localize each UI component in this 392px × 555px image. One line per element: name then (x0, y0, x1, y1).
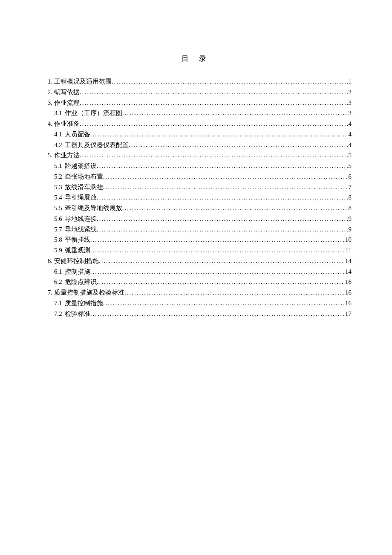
toc-entry: 6.2危险点辨识16 (40, 277, 352, 287)
toc-entry-label: 作业准备 (54, 119, 80, 129)
toc-entry-label: 跨越架搭设 (65, 161, 97, 171)
toc-leader-dots (80, 87, 348, 98)
toc-entry-number: 5.1 (54, 161, 65, 171)
toc-leader-dots (90, 234, 344, 245)
toc-entry-page: 16 (344, 287, 352, 298)
toc-entry-number: 5. (40, 150, 54, 161)
toc-entry-label: 工器具及仪器仪表配置 (65, 140, 129, 150)
toc-leader-dots (97, 214, 348, 224)
toc-entry-page: 14 (344, 266, 352, 277)
toc-entry-number: 7.1 (54, 298, 65, 309)
toc-entry-page: 10 (344, 234, 352, 245)
toc-entry: 6.安健环控制措施14 (40, 256, 352, 266)
toc-title: 目 录 (40, 54, 352, 64)
toc-entry-label: 平衡挂线 (65, 234, 90, 245)
table-of-contents: 1.工程概况及适用范围12.编写依据23.作业流程33.1作业（工序）流程图34… (40, 76, 352, 319)
toc-entry-number: 6.1 (54, 266, 65, 277)
toc-entry: 5.6导地线连接9 (40, 214, 352, 224)
toc-entry: 5.2牵张场地布置6 (40, 171, 352, 182)
toc-leader-dots (129, 140, 348, 150)
toc-entry-page: 17 (344, 309, 352, 319)
toc-entry-page: 4 (348, 140, 352, 150)
toc-entry: 4.1人员配备4 (40, 129, 352, 140)
toc-entry-page: 16 (344, 298, 352, 309)
toc-entry-page: 9 (348, 224, 352, 235)
toc-entry: 5.作业方法5 (40, 150, 352, 161)
toc-entry-page: 4 (348, 119, 352, 129)
toc-entry: 5.9弧垂观测11 (40, 245, 352, 256)
toc-entry-label: 导地线连接 (65, 214, 97, 224)
toc-entry-page: 4 (348, 129, 352, 140)
toc-entry-label: 导地线紧线 (65, 224, 97, 235)
toc-leader-dots (80, 119, 348, 129)
toc-leader-dots (103, 298, 344, 309)
toc-entry-label: 人员配备 (65, 129, 90, 140)
toc-entry-page: 16 (344, 277, 352, 287)
toc-entry-number: 5.2 (54, 171, 65, 182)
toc-leader-dots (97, 192, 348, 203)
toc-entry: 5.7导地线紧线9 (40, 224, 352, 235)
toc-leader-dots (124, 287, 344, 298)
toc-entry-number: 5.5 (54, 203, 65, 214)
toc-leader-dots (90, 129, 348, 140)
toc-entry-page: 11 (345, 245, 352, 256)
toc-entry-page: 5 (348, 150, 352, 161)
toc-entry-number: 7. (40, 287, 54, 298)
toc-entry-page: 7 (348, 182, 352, 193)
toc-leader-dots (90, 309, 344, 319)
toc-leader-dots (97, 224, 348, 235)
toc-entry-label: 质量控制措施 (65, 298, 103, 309)
toc-entry-page: 9 (348, 214, 352, 224)
toc-entry: 4.2工器具及仪器仪表配置4 (40, 140, 352, 150)
toc-entry-number: 5.6 (54, 214, 65, 224)
toc-entry: 7.质量控制措施及检验标准16 (40, 287, 352, 298)
toc-entry-label: 导引绳展放 (65, 192, 97, 203)
toc-leader-dots (97, 277, 344, 287)
toc-entry-page: 8 (348, 192, 352, 203)
header-rule (40, 30, 352, 30)
toc-entry: 4.作业准备4 (40, 119, 352, 129)
toc-entry-number: 1. (40, 76, 54, 87)
toc-entry-label: 作业方法 (54, 150, 80, 161)
toc-leader-dots (90, 245, 345, 256)
toc-entry-page: 8 (348, 203, 352, 214)
toc-entry-page: 14 (344, 256, 352, 266)
toc-entry-label: 工程概况及适用范围 (54, 76, 112, 87)
toc-entry-number: 5.3 (54, 182, 65, 193)
toc-entry: 3.1作业（工序）流程图3 (40, 108, 352, 119)
toc-leader-dots (122, 108, 348, 119)
toc-entry-number: 3. (40, 98, 54, 108)
toc-leader-dots (80, 150, 348, 161)
toc-entry-number: 7.2 (54, 309, 65, 319)
toc-leader-dots (112, 76, 348, 87)
toc-leader-dots (97, 161, 348, 171)
toc-entry-label: 作业（工序）流程图 (65, 108, 122, 119)
toc-leader-dots (80, 98, 348, 108)
toc-entry: 5.3放线滑车悬挂7 (40, 182, 352, 193)
toc-entry: 5.5牵引绳及导地线展放8 (40, 203, 352, 214)
toc-entry-label: 弧垂观测 (65, 245, 90, 256)
toc-entry-label: 牵引绳及导地线展放 (65, 203, 122, 214)
toc-entry: 1.工程概况及适用范围1 (40, 76, 352, 87)
toc-entry-number: 4. (40, 119, 54, 129)
toc-entry-label: 危险点辨识 (65, 277, 97, 287)
toc-entry-label: 检验标准 (65, 309, 90, 319)
document-page: 目 录 1.工程概况及适用范围12.编写依据23.作业流程33.1作业（工序）流… (0, 0, 392, 555)
toc-entry-page: 5 (348, 161, 352, 171)
toc-entry-label: 牵张场地布置 (65, 171, 103, 182)
toc-leader-dots (103, 171, 348, 182)
toc-entry-label: 质量控制措施及检验标准 (54, 287, 124, 298)
toc-entry: 6.1控制措施14 (40, 266, 352, 277)
toc-entry: 5.8平衡挂线10 (40, 234, 352, 245)
toc-leader-dots (103, 182, 348, 193)
toc-entry-number: 6. (40, 256, 54, 266)
toc-entry: 5.1跨越架搭设5 (40, 161, 352, 171)
toc-leader-dots (99, 256, 344, 266)
toc-entry-page: 3 (348, 108, 352, 119)
toc-entry-label: 安健环控制措施 (54, 256, 99, 266)
toc-entry-number: 4.1 (54, 129, 65, 140)
toc-entry-label: 编写依据 (54, 87, 80, 98)
toc-entry: 7.2检验标准17 (40, 309, 352, 319)
toc-entry-number: 6.2 (54, 277, 65, 287)
toc-entry-number: 4.2 (54, 140, 65, 150)
